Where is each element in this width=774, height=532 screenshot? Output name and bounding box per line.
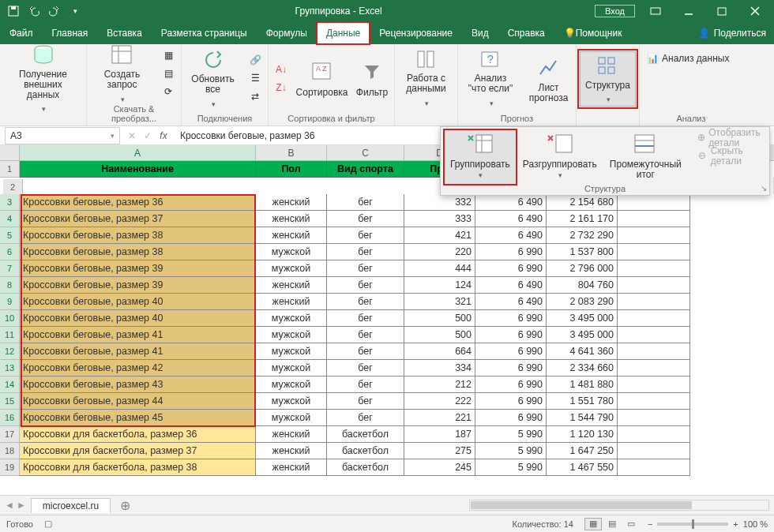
row-header[interactable]: 14 [0,377,20,393]
sort-button[interactable]: A Z Сортировка [295,51,348,107]
forecast-sheet-button[interactable]: Лист прогноза [524,51,573,107]
row-header[interactable]: 3 [0,194,20,211]
row-header[interactable]: 15 [0,393,20,410]
cell[interactable] [618,393,690,410]
tab-file[interactable]: Файл [0,22,43,44]
cell[interactable]: 6 990 [475,327,547,343]
tab-view[interactable]: Вид [462,22,498,44]
edit-links-button[interactable]: ⇄ [246,88,265,106]
cell[interactable] [618,244,690,260]
outline-button[interactable]: Структура [580,51,636,107]
cell[interactable]: 333 [404,211,475,227]
cell[interactable]: Наименование [20,161,256,178]
fx-icon[interactable]: fx [160,130,167,141]
cell[interactable]: Кроссовки беговые, размер 45 [20,410,256,426]
cell[interactable]: женский [256,227,327,244]
row-header[interactable]: 10 [0,310,20,327]
cell[interactable]: женский [256,211,327,227]
cell[interactable]: бег [327,310,404,327]
sort-az-button[interactable]: A↓ [272,62,291,79]
row-header[interactable]: 9 [0,294,20,310]
zoom-level[interactable]: 100 % [743,519,768,529]
sheet-next-icon[interactable]: ► [17,500,26,511]
cell[interactable]: 3 495 000 [547,310,618,327]
cell[interactable] [618,426,690,443]
cell[interactable]: бег [327,194,404,211]
cell[interactable]: 222 [404,393,475,410]
cell[interactable]: мужской [256,360,327,377]
worksheet-grid[interactable]: ABCDEFG 1НаименованиеПолВид спортаПро2Кр… [0,145,774,495]
new-sheet-icon[interactable]: ⊕ [115,498,135,513]
recent-sources-button[interactable]: ⟳ [159,84,178,101]
cell[interactable]: бег [327,327,404,343]
row-header[interactable]: 5 [0,227,20,244]
cell[interactable] [618,194,690,211]
group-button[interactable]: Группировать [444,129,517,185]
cell[interactable]: 6 490 [475,294,547,310]
cell[interactable]: 275 [404,443,475,459]
new-query-button[interactable]: Создать запрос [90,47,154,102]
cell[interactable]: 1 647 250 [547,443,618,459]
cell[interactable]: женский [256,194,327,211]
cell[interactable]: женский [256,277,327,294]
cell[interactable]: Кроссовки для баскетбола, размер 36 [20,426,256,443]
cell[interactable]: Кроссовки беговые, размер 40 [20,294,256,310]
close-icon[interactable] [739,0,771,22]
cell[interactable]: 500 [404,327,475,343]
cell[interactable] [618,443,690,459]
tab-layout[interactable]: Разметка страницы [152,22,257,44]
cell[interactable]: бег [327,377,404,393]
cell[interactable]: 5 990 [475,443,547,459]
cell[interactable]: 1 537 800 [547,244,618,260]
cell[interactable]: Кроссовки беговые, размер 42 [20,360,256,377]
whatif-button[interactable]: ? Анализ "что если" [461,51,520,107]
cell[interactable] [618,277,690,294]
col-header-A[interactable]: A [20,145,256,160]
cell[interactable]: 421 [404,227,475,244]
cell[interactable]: 2 154 680 [547,194,618,211]
cell[interactable]: мужской [256,327,327,343]
cell[interactable]: 3 495 000 [547,327,618,343]
cell[interactable]: Кроссовки для баскетбола, размер 37 [20,443,256,459]
save-icon[interactable] [6,4,21,18]
horizontal-scrollbar[interactable] [469,500,769,511]
login-button[interactable]: Вход [595,5,635,17]
row-header[interactable]: 19 [0,459,20,476]
refresh-all-button[interactable]: Обновить все [185,51,241,107]
cell[interactable]: 221 [404,410,475,426]
cell[interactable] [618,327,690,343]
show-queries-button[interactable]: ▦ [159,47,178,65]
row-header[interactable]: 16 [0,410,20,426]
filter-button[interactable]: Фильтр [353,51,391,107]
sort-za-button[interactable]: Z↓ [272,80,291,97]
cell[interactable]: 2 334 660 [547,360,618,377]
cell[interactable]: 4 641 360 [547,343,618,360]
cell[interactable]: бег [327,211,404,227]
tab-home[interactable]: Главная [43,22,98,44]
cell[interactable]: Кроссовки беговые, размер 44 [20,393,256,410]
cell[interactable]: 444 [404,260,475,277]
tab-formulas[interactable]: Формулы [257,22,317,44]
row-header[interactable]: 6 [0,244,20,260]
cell[interactable]: 6 490 [475,211,547,227]
cell[interactable]: Вид спорта [327,161,404,178]
cell[interactable]: 6 990 [475,260,547,277]
cell[interactable] [618,294,690,310]
cell[interactable]: мужской [256,310,327,327]
cell[interactable] [618,377,690,393]
row-header[interactable]: 8 [0,277,20,294]
cell[interactable]: 1 544 790 [547,410,618,426]
cell[interactable]: женский [256,443,327,459]
cell[interactable]: 1 551 780 [547,393,618,410]
sheet-prev-icon[interactable]: ◄ [5,500,14,511]
cell[interactable]: Кроссовки для баскетбола, размер 38 [20,459,256,476]
col-header-B[interactable]: B [256,145,327,160]
name-box[interactable]: A3▾ [5,127,120,144]
cell[interactable]: 5 990 [475,459,547,476]
cell[interactable]: мужской [256,393,327,410]
cell[interactable]: женский [256,294,327,310]
tab-data[interactable]: Данные [317,22,370,44]
cell[interactable]: бег [327,277,404,294]
cell[interactable]: Кроссовки беговые, размер 38 [20,227,256,244]
cell[interactable]: 2 732 290 [547,227,618,244]
